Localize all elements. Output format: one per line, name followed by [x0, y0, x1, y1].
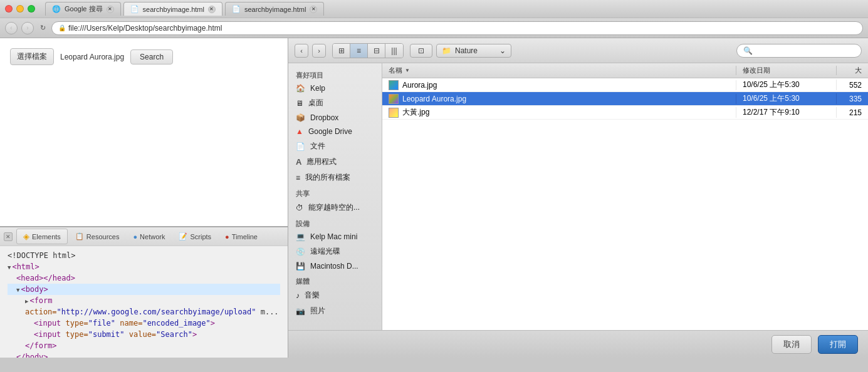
devtools-tab-scripts[interactable]: 📝 Scripts	[172, 230, 217, 243]
code-line-6: <input type="submit" value="Search">	[8, 329, 280, 340]
col-name[interactable]: 名稱 ▼	[382, 66, 736, 75]
fp-view-cover[interactable]: |||	[385, 44, 403, 58]
sidebar-kelp-label: Kelp	[310, 84, 325, 93]
timeline-icon: ●	[225, 233, 229, 240]
sidebar-item-desktop[interactable]: 🖥 桌面	[288, 95, 382, 111]
tab-searchbyimage1[interactable]: 📄 searchbyimage.html ✕	[123, 2, 222, 16]
code-line-4: ▶<form action="http://www.google.com/sea…	[8, 295, 280, 318]
cancel-button[interactable]: 取消	[771, 335, 812, 354]
close-button[interactable]	[5, 5, 13, 13]
expand-form[interactable]: ▶	[25, 298, 28, 304]
sidebar-item-photos[interactable]: 📷 照片	[288, 303, 382, 319]
fp-file-list: Aurora.jpg 10/6/25 上午5:30 552 Leopard Au…	[382, 78, 868, 330]
fp-search-bar[interactable]: 🔍	[736, 44, 862, 58]
macmini-icon: 💻	[296, 232, 305, 241]
file-row-leopard[interactable]: Leopard Aurora.jpg 10/6/25 上午5:30 335	[382, 92, 868, 106]
resources-icon: 📋	[75, 232, 84, 240]
devtools-panel: ✕ ◈ Elements 📋 Resources ● Network 📝 Scr…	[0, 226, 288, 358]
desktop-icon: 🖥	[296, 99, 303, 108]
tab-searchbyimage2[interactable]: 📄 searchbyimage.html ✕	[225, 2, 324, 16]
tab-close-search2[interactable]: ✕	[310, 6, 317, 13]
elements-icon: ◈	[23, 232, 29, 241]
expand-html[interactable]: ▼	[8, 264, 11, 271]
sidebar-item-macintosh[interactable]: 💾 Macintosh D...	[288, 259, 382, 273]
web-panel: 選擇檔案 Leopard Aurora.jpg Search ✕ ◈ Eleme…	[0, 38, 288, 358]
sidebar-item-all-files[interactable]: ≡ 我的所有檔案	[288, 170, 382, 185]
forward-button[interactable]: ›	[21, 22, 34, 34]
fp-file-area: 名稱 ▼ 修改日期 大 Aurora.jpg	[382, 63, 868, 330]
col-size-label: 大	[855, 66, 862, 74]
maximize-button[interactable]	[28, 5, 35, 13]
col-date[interactable]: 修改日期	[736, 66, 837, 75]
devtools-tab-resources-label: Resources	[86, 233, 120, 240]
back-button[interactable]: ‹	[5, 22, 18, 34]
file-cell-date-leopard: 10/6/25 上午5:30	[736, 93, 837, 104]
scripts-icon: 📝	[179, 232, 187, 240]
fp-back-button[interactable]: ‹	[295, 44, 308, 58]
file-cell-name-yellow: 大黃.jpg	[382, 107, 736, 118]
sidebar-item-remote-disc[interactable]: 💿 遠端光碟	[288, 244, 382, 259]
file-cell-name-leopard: Leopard Aurora.jpg	[382, 94, 736, 104]
fp-view-list[interactable]: ≡	[350, 44, 368, 58]
code-line-1: ▼<html>	[8, 261, 280, 272]
fp-sidebar: 喜好項目 🏠 Kelp 🖥 桌面 📦 Dropbox ▲ Google Driv…	[288, 63, 382, 330]
col-date-label: 修改日期	[743, 66, 770, 74]
sidebar-macmini-label: Kelp Mac mini	[310, 232, 357, 241]
file-cell-name-aurora: Aurora.jpg	[382, 80, 736, 90]
tab-favicon-search2: 📄	[232, 5, 241, 13]
fp-forward-button[interactable]: ›	[312, 44, 326, 58]
expand-body[interactable]: ▼	[16, 287, 19, 293]
choose-file-button[interactable]: 選擇檔案	[10, 48, 54, 65]
file-cell-size-leopard: 335	[837, 95, 868, 103]
sidebar-item-dropbox[interactable]: 📦 Dropbox	[288, 111, 382, 125]
search-icon: 🔍	[743, 46, 753, 55]
file-cell-size-aurora: 552	[837, 81, 868, 90]
sidebar-docs-label: 文件	[310, 141, 325, 152]
devtools-tab-timeline[interactable]: ● Timeline	[219, 230, 264, 243]
devtools-tab-elements[interactable]: ◈ Elements	[16, 229, 68, 244]
fp-path-dropdown[interactable]: 📁 Nature ⌄	[436, 44, 511, 58]
tab-close-google[interactable]: ✕	[107, 6, 114, 13]
tab-bar: 🌐 Google 搜尋 ✕ 📄 searchbyimage.html ✕ 📄 s…	[45, 2, 325, 16]
search-button[interactable]: Search	[130, 49, 173, 65]
file-thumb-leopard	[389, 94, 399, 104]
sidebar-item-applications[interactable]: A 應用程式	[288, 154, 382, 170]
sidebar-item-kelp[interactable]: 🏠 Kelp	[288, 81, 382, 95]
tab-close-search1[interactable]: ✕	[208, 6, 216, 13]
file-name-aurora: Aurora.jpg	[402, 81, 437, 90]
main-area: 選擇檔案 Leopard Aurora.jpg Search ✕ ◈ Eleme…	[0, 38, 868, 358]
favorites-label: 喜好項目	[288, 67, 382, 81]
code-line-3[interactable]: ▼<body>	[8, 284, 280, 295]
sidebar-item-google-drive[interactable]: ▲ Google Drive	[288, 125, 382, 138]
file-cell-size-yellow: 215	[837, 108, 868, 117]
sidebar-item-music[interactable]: ♪ 音樂	[288, 287, 382, 303]
file-name-yellow: 大黃.jpg	[402, 107, 429, 118]
fp-footer: 取消 打開	[288, 330, 868, 358]
folder-icon: 📁	[442, 46, 451, 55]
minimize-button[interactable]	[16, 5, 24, 13]
col-size[interactable]: 大	[837, 66, 868, 75]
devtools-tab-network[interactable]: ● Network	[127, 230, 171, 243]
googledrive-icon: ▲	[296, 127, 303, 136]
file-row-aurora[interactable]: Aurora.jpg 10/6/25 上午5:30 552	[382, 78, 868, 92]
devtools-tab-resources[interactable]: 📋 Resources	[69, 230, 126, 243]
fp-view-column[interactable]: ⊟	[368, 44, 385, 58]
file-thumb-aurora	[389, 80, 399, 90]
fp-view-share[interactable]: ⊡	[410, 44, 432, 58]
url-text: file:///Users/Kelp/Desktop/searchbyimage…	[68, 24, 222, 33]
refresh-button[interactable]: ↻	[38, 23, 48, 33]
open-button[interactable]: 打開	[818, 335, 858, 354]
sidebar-item-documents[interactable]: 📄 文件	[288, 138, 382, 154]
sort-arrow-icon: ▼	[405, 68, 410, 73]
browser-chrome: 🌐 Google 搜尋 ✕ 📄 searchbyimage.html ✕ 📄 s…	[0, 0, 868, 38]
sidebar-music-label: 音樂	[305, 290, 320, 301]
devtools-close-button[interactable]: ✕	[4, 232, 13, 241]
file-row-yellow[interactable]: 大黃.jpg 12/2/17 下午9:10 215	[382, 106, 868, 120]
sidebar-macintosh-label: Macintosh D...	[310, 262, 358, 271]
fp-view-icon[interactable]: ⊞	[333, 44, 350, 58]
sidebar-item-mac-mini[interactable]: 💻 Kelp Mac mini	[288, 230, 382, 244]
tab-google[interactable]: 🌐 Google 搜尋 ✕	[45, 2, 121, 16]
sidebar-item-shared1[interactable]: ⏱ 能穿越時空的...	[288, 200, 382, 215]
url-input[interactable]: 🔒 file:///Users/Kelp/Desktop/searchbyima…	[51, 21, 863, 35]
tab-label-search2: searchbyimage.html	[244, 6, 306, 13]
